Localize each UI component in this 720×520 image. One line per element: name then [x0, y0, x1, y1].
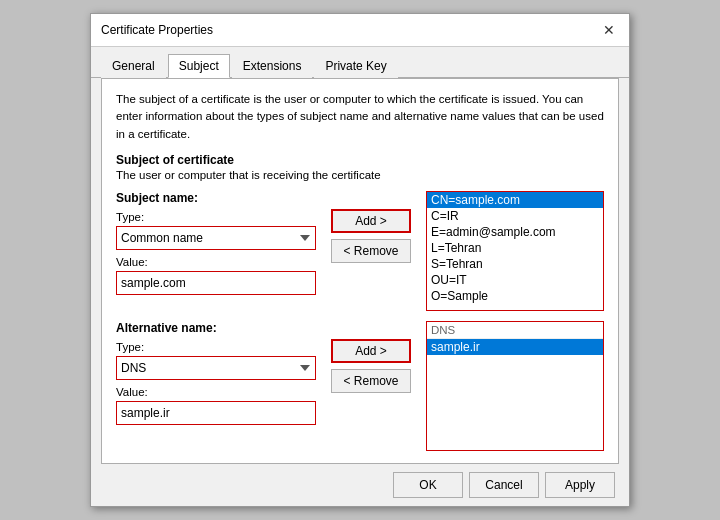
- alt-type-select[interactable]: DNS Email IP address URI: [116, 356, 316, 380]
- subject-value-input[interactable]: [116, 271, 316, 295]
- alt-list[interactable]: DNS sample.ir: [426, 321, 604, 451]
- list-item[interactable]: S=Tehran: [427, 256, 603, 272]
- subject-value-label: Value:: [116, 256, 316, 268]
- list-item[interactable]: L=Tehran: [427, 240, 603, 256]
- title-bar: Certificate Properties ✕: [91, 14, 629, 47]
- subject-name-section-label: Subject name:: [116, 191, 316, 205]
- description-text: The subject of a certificate is the user…: [116, 91, 604, 143]
- subject-add-button[interactable]: Add >: [331, 209, 411, 233]
- ok-button[interactable]: OK: [393, 472, 463, 498]
- alt-name-section-label: Alternative name:: [116, 321, 316, 335]
- list-item[interactable]: sample.ir: [427, 339, 603, 355]
- alt-value-label: Value:: [116, 386, 316, 398]
- list-item[interactable]: E=admin@sample.com: [427, 224, 603, 240]
- alt-remove-button[interactable]: < Remove: [331, 369, 411, 393]
- subject-list-area: CN=sample.com C=IR E=admin@sample.com L=…: [426, 191, 604, 311]
- subject-of-certificate-label: Subject of certificate: [116, 153, 604, 167]
- subject-type-label: Type:: [116, 211, 316, 223]
- tab-subject[interactable]: Subject: [168, 54, 230, 78]
- alt-add-button[interactable]: Add >: [331, 339, 411, 363]
- subject-type-select[interactable]: Common name Organization Organizational …: [116, 226, 316, 250]
- subject-buttons: Add > < Remove: [326, 191, 416, 311]
- alt-list-area: DNS sample.ir: [426, 321, 604, 451]
- subject-remove-button[interactable]: < Remove: [331, 239, 411, 263]
- close-button[interactable]: ✕: [599, 20, 619, 40]
- alt-buttons: Add > < Remove: [326, 321, 416, 451]
- alt-name-fields: Alternative name: Type: DNS Email IP add…: [116, 321, 316, 451]
- subject-name-area: Subject name: Type: Common name Organiza…: [116, 191, 604, 311]
- subject-list[interactable]: CN=sample.com C=IR E=admin@sample.com L=…: [426, 191, 604, 311]
- tab-private-key[interactable]: Private Key: [314, 54, 397, 78]
- certificate-properties-dialog: Certificate Properties ✕ General Subject…: [90, 13, 630, 507]
- tab-general[interactable]: General: [101, 54, 166, 78]
- tab-content: The subject of a certificate is the user…: [101, 78, 619, 464]
- alt-name-area: Alternative name: Type: DNS Email IP add…: [116, 321, 604, 451]
- alt-list-label: DNS: [427, 322, 603, 339]
- cancel-button[interactable]: Cancel: [469, 472, 539, 498]
- list-item[interactable]: C=IR: [427, 208, 603, 224]
- dialog-title: Certificate Properties: [101, 23, 213, 37]
- alt-name-two-col: Alternative name: Type: DNS Email IP add…: [116, 321, 604, 451]
- list-item[interactable]: O=Sample: [427, 288, 603, 304]
- list-item[interactable]: CN=sample.com: [427, 192, 603, 208]
- footer-buttons: OK Cancel Apply: [91, 464, 629, 506]
- tab-bar: General Subject Extensions Private Key: [91, 47, 629, 78]
- alt-type-label: Type:: [116, 341, 316, 353]
- list-item[interactable]: OU=IT: [427, 272, 603, 288]
- subject-name-fields: Subject name: Type: Common name Organiza…: [116, 191, 316, 311]
- tab-extensions[interactable]: Extensions: [232, 54, 313, 78]
- apply-button[interactable]: Apply: [545, 472, 615, 498]
- alt-value-input[interactable]: [116, 401, 316, 425]
- subject-of-certificate-desc: The user or computer that is receiving t…: [116, 169, 604, 181]
